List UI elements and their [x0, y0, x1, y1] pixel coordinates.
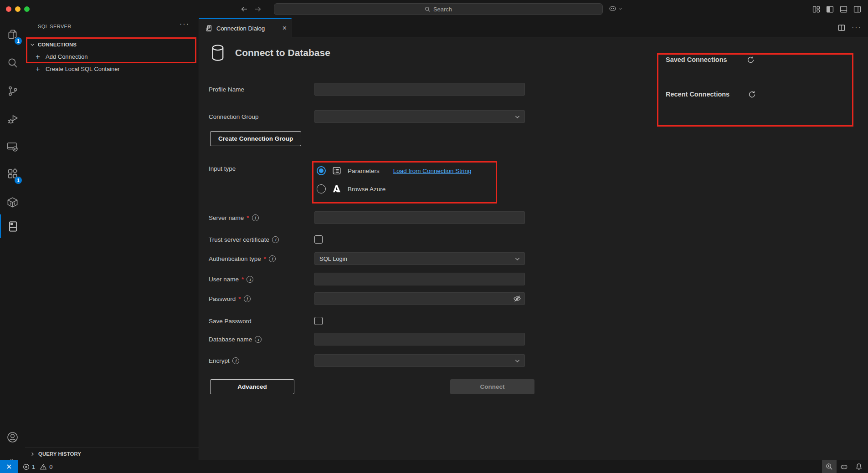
status-bar: 1 0	[0, 460, 868, 473]
title-bar: Search	[0, 0, 868, 18]
run-debug-icon	[7, 113, 19, 125]
panel-divider	[655, 37, 655, 460]
add-connection-item[interactable]: + Add Connection	[25, 51, 199, 63]
database-name-input[interactable]	[314, 333, 525, 346]
refresh-saved-connections-icon[interactable]	[746, 56, 755, 64]
chevron-down-icon	[30, 42, 35, 47]
plus-icon: +	[34, 65, 41, 73]
profile-name-input[interactable]	[314, 83, 525, 96]
connection-group-dropdown[interactable]	[314, 110, 525, 123]
copilot-status-button[interactable]	[837, 460, 852, 473]
auth-type-label: Authentication type* i	[209, 255, 314, 262]
save-password-checkbox[interactable]	[314, 317, 323, 325]
toggle-secondary-sidebar-icon[interactable]	[853, 5, 861, 13]
split-editor-icon[interactable]	[838, 24, 845, 31]
user-name-row: User name* i	[209, 273, 525, 285]
encrypt-row: Encrypt i	[209, 354, 525, 367]
sidebar-item-remote-explorer[interactable]	[0, 136, 25, 158]
connect-button[interactable]: Connect	[450, 379, 534, 394]
account-button[interactable]	[0, 426, 25, 448]
remote-explorer-icon	[6, 141, 19, 153]
sidebar-title: SQL SERVER	[38, 24, 72, 29]
sidebar-item-containers[interactable]	[0, 191, 25, 213]
info-icon[interactable]: i	[232, 357, 239, 364]
parameters-radio[interactable]	[317, 166, 326, 175]
info-icon[interactable]: i	[269, 255, 276, 262]
recent-connections-header: Recent Connections	[666, 88, 756, 100]
problems-indicator[interactable]: 1 0	[23, 463, 52, 470]
source-control-icon	[7, 85, 19, 97]
advanced-button[interactable]: Advanced	[210, 379, 294, 394]
chevron-down-icon	[514, 256, 520, 262]
minimize-window-button[interactable]	[15, 6, 21, 12]
customize-layout-icon[interactable]	[812, 5, 820, 13]
close-window-button[interactable]	[6, 6, 11, 12]
password-row: Password* i	[209, 292, 525, 305]
server-name-input[interactable]	[314, 211, 525, 224]
database-name-label: Database name i	[209, 336, 314, 343]
toggle-primary-sidebar-icon[interactable]	[826, 5, 834, 13]
profile-name-label: Profile Name	[209, 86, 314, 93]
search-icon	[425, 6, 431, 12]
zoom-in-icon	[826, 463, 833, 470]
sidebar-item-source-control[interactable]	[0, 80, 25, 102]
notifications-button[interactable]	[852, 460, 868, 473]
connections-section-header[interactable]: CONNECTIONS	[25, 38, 199, 51]
save-password-label: Save Password	[209, 318, 314, 325]
toggle-panel-icon[interactable]	[840, 5, 847, 13]
info-icon[interactable]: i	[255, 336, 262, 343]
editor-more-actions-icon[interactable]: ···	[852, 24, 862, 32]
auth-type-dropdown[interactable]: SQL Login	[314, 252, 525, 265]
warnings-icon	[40, 463, 47, 470]
toggle-password-visibility-icon[interactable]	[513, 294, 522, 303]
page-title: Connect to Database	[235, 47, 330, 58]
command-center-search[interactable]: Search	[274, 3, 603, 15]
remote-icon	[5, 463, 13, 470]
errors-count: 1	[32, 463, 35, 470]
chevron-right-icon	[30, 452, 35, 457]
connection-group-label: Connection Group	[209, 113, 314, 120]
query-history-section-header[interactable]: QUERY HISTORY	[25, 448, 199, 460]
parameters-radio-row: Parameters Load from Connection String	[317, 164, 472, 177]
sql-server-icon	[7, 220, 19, 233]
sidebar-more-actions-icon[interactable]: ···	[180, 20, 190, 28]
copilot-menu-button[interactable]	[609, 5, 622, 12]
create-connection-group-button[interactable]: Create Connection Group	[210, 131, 301, 146]
zoom-window-button[interactable]	[24, 6, 30, 12]
info-icon[interactable]: i	[247, 276, 253, 283]
input-type-row: Input type	[209, 162, 314, 175]
nav-forward-icon[interactable]	[254, 5, 262, 13]
password-input[interactable]	[314, 292, 525, 305]
search-placeholder: Search	[433, 6, 452, 13]
nav-back-icon[interactable]	[241, 5, 248, 13]
trust-cert-checkbox[interactable]	[314, 235, 323, 244]
extensions-badge: 1	[15, 177, 22, 184]
azure-icon	[332, 184, 342, 194]
tab-close-icon[interactable]: ×	[282, 25, 287, 32]
remote-indicator[interactable]	[0, 460, 18, 473]
load-from-connection-string-link[interactable]: Load from Connection String	[393, 168, 472, 174]
browse-azure-option-label: Browse Azure	[348, 186, 385, 193]
primary-sidebar: SQL SERVER ··· CONNECTIONS + Add Connect…	[25, 18, 199, 460]
bell-icon	[855, 463, 863, 470]
sidebar-item-run-debug[interactable]	[0, 108, 25, 130]
info-icon[interactable]: i	[272, 236, 279, 243]
database-name-row: Database name i	[209, 333, 525, 346]
tab-connection-dialog[interactable]: Connection Dialog ×	[199, 18, 292, 37]
info-icon[interactable]: i	[244, 295, 251, 302]
sidebar-item-search[interactable]	[0, 52, 25, 74]
refresh-recent-connections-icon[interactable]	[748, 90, 756, 99]
encrypt-dropdown[interactable]	[314, 354, 525, 367]
zoom-status-button[interactable]	[822, 460, 837, 473]
plus-icon: +	[34, 53, 41, 61]
window-controls	[6, 6, 30, 12]
sidebar-item-explorer[interactable]: 1	[0, 24, 25, 46]
create-local-sql-container-item[interactable]: + Create Local SQL Container	[25, 63, 199, 75]
sidebar-item-extensions[interactable]: 1	[0, 163, 25, 185]
search-icon	[7, 57, 19, 69]
sidebar-item-sql-server[interactable]	[0, 214, 25, 238]
info-icon[interactable]: i	[252, 214, 259, 221]
user-name-input[interactable]	[314, 273, 525, 285]
browse-azure-radio[interactable]	[317, 184, 326, 193]
account-icon	[6, 431, 19, 443]
